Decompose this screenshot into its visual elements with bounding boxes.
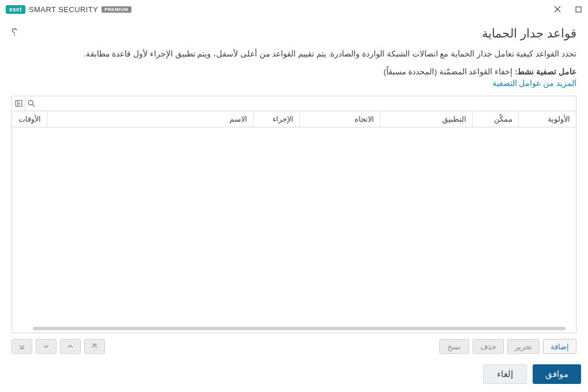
col-enabled[interactable]: ممكّن — [472, 111, 518, 127]
heading-row: قواعد جدار الحماية ? — [12, 27, 576, 40]
footer: موافق إلغاء — [0, 354, 588, 392]
horizontal-scrollbar[interactable] — [33, 327, 566, 330]
titlebar: eset SMART SECURITY PREMIUM — [0, 0, 588, 18]
maximize-icon[interactable] — [574, 5, 582, 13]
col-direction[interactable]: الاتجاه — [299, 111, 380, 127]
edit-button[interactable]: تحرير — [507, 339, 540, 354]
eset-logo-badge: eset — [6, 5, 25, 14]
brand-text: SMART SECURITY — [29, 5, 98, 14]
page-title: قواعد جدار الحماية — [17, 27, 576, 40]
active-filter-line: عامل تصفية نشط: إخفاء القواعد المضمّنة (… — [12, 67, 576, 76]
svg-line-4 — [32, 104, 35, 107]
brand: eset SMART SECURITY PREMIUM — [6, 5, 131, 14]
copy-button[interactable]: نسخ — [439, 339, 469, 354]
table-body — [12, 127, 576, 333]
search-icon[interactable] — [25, 96, 37, 111]
move-top-icon[interactable] — [84, 339, 105, 354]
more-filters-link[interactable]: المزيد من عوامل التصفية — [12, 78, 576, 88]
table-toolbar — [12, 96, 576, 111]
row-actions: إضافة تحرير حذف نسخ — [12, 339, 576, 354]
svg-point-3 — [28, 100, 33, 105]
active-filter-label: عامل تصفية نشط: — [515, 67, 576, 76]
close-icon[interactable] — [553, 5, 561, 13]
cancel-button[interactable]: إلغاء — [483, 364, 527, 384]
move-bottom-icon[interactable] — [12, 339, 32, 354]
active-filter-value: إخفاء القواعد المضمّنة (المحددة مسبقاً) — [383, 67, 512, 76]
page-description: تحدد القواعد كيفية تعامل جدار الحماية مع… — [12, 48, 576, 60]
col-action[interactable]: الإجراء — [253, 111, 299, 127]
search-input-area[interactable] — [37, 96, 576, 111]
svg-rect-2 — [576, 7, 581, 12]
brand-security: SECURITY — [58, 5, 98, 14]
add-button[interactable]: إضافة — [543, 339, 576, 354]
move-up-icon[interactable] — [60, 339, 81, 354]
delete-button[interactable]: حذف — [473, 339, 504, 354]
columns-icon[interactable] — [12, 96, 25, 111]
rules-table: الأولوية ممكّن التطبيق الاتجاه الإجراء ا… — [12, 96, 576, 333]
col-times[interactable]: الأوقات — [12, 111, 47, 127]
window-controls — [553, 5, 582, 13]
help-icon[interactable]: ? — [12, 27, 17, 39]
col-app[interactable]: التطبيق — [380, 111, 472, 127]
premium-badge: PREMIUM — [101, 6, 131, 13]
brand-smart: SMART — [29, 5, 56, 14]
move-down-icon[interactable] — [36, 339, 56, 354]
content: قواعد جدار الحماية ? تحدد القواعد كيفية … — [0, 18, 588, 354]
col-priority[interactable]: الأولوية — [518, 111, 576, 127]
ok-button[interactable]: موافق — [533, 364, 581, 384]
table-header: الأولوية ممكّن التطبيق الاتجاه الإجراء ا… — [12, 111, 576, 127]
col-name[interactable]: الاسم — [47, 111, 253, 127]
